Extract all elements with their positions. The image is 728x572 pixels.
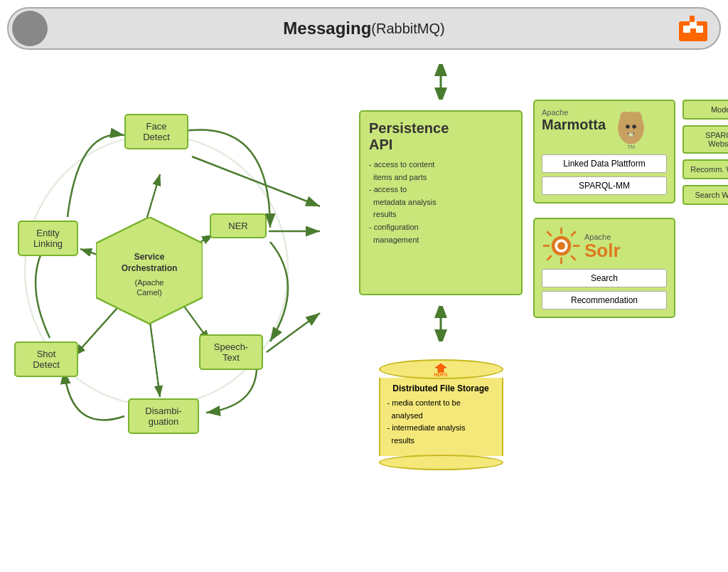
svg-text:TM: TM [627,144,635,150]
marmotta-title: Marmotta [542,117,606,132]
solr-icon [542,226,581,265]
svg-point-38 [620,112,629,125]
top-arrow-svg [430,64,451,100]
middle-section: PersistenceAPI - access to content items… [359,64,523,562]
hdfs-section: HDFS Distributed File Storage - media co… [359,359,523,470]
svg-rect-1 [683,26,690,33]
disambiguation-box: Disambi-guation [128,398,199,434]
face-detect-box: FaceDetect [124,114,188,149]
svg-line-23 [192,157,320,206]
svg-point-54 [557,242,565,250]
right-right-col: Model API SPARQL-MM Webservice Recomm. W… [682,100,728,562]
entity-linking-box: EntityLinking [18,221,78,256]
sparql-mm-webservice-box: SPARQL-MM Webservice [682,125,728,154]
solr-search-box: Search [542,269,667,287]
middle-arrow [359,306,523,341]
top-arrow [359,64,523,100]
svg-line-11 [146,174,160,222]
svg-point-41 [632,125,636,129]
cylinder-body: Distributed File Storage - media content… [379,378,503,456]
apache-marmotta-box: Apache Marmotta [533,100,675,203]
marmotta-apache-label: Apache [542,108,606,117]
persistence-title: PersistenceAPI [369,120,513,153]
ner-box: NER [210,213,267,238]
main-container: Messaging (RabbitMQ) [0,0,728,572]
messaging-bar: Messaging (RabbitMQ) [7,7,721,50]
persistence-items: - access to content items and parts - ac… [369,159,513,246]
hdfs-title: Distributed File Storage [387,383,495,393]
orchestration-area: FaceDetect EntityLinking NER ShotDetect … [7,64,348,477]
marmotta-icon: TM [611,108,651,151]
search-webservice-box: Search Webservice [682,185,728,205]
apache-solr-box: Apache Solr Search Recommendation [533,218,675,318]
hdfs-icon: HDFS [432,362,449,381]
svg-line-50 [571,255,575,260]
svg-rect-2 [696,26,703,33]
messaging-title: Messaging [283,18,371,38]
svg-text:Camel): Camel) [136,288,161,297]
right-panels: Apache Marmotta [533,64,728,562]
messaging-subtitle: (RabbitMQ) [371,21,444,37]
middle-arrow-svg [430,306,451,341]
shot-detect-box: ShotDetect [14,341,78,377]
hdfs-cylinder: HDFS Distributed File Storage - media co… [379,359,503,470]
svg-line-49 [547,231,551,235]
svg-point-39 [633,112,642,125]
svg-point-40 [626,125,630,129]
svg-rect-42 [629,133,633,137]
solr-recommendation-box: Recommendation [542,291,667,309]
svg-rect-5 [690,16,695,19]
speech-text-box: Speech-Text [199,334,263,370]
hdfs-items: - media content to be analysed - interme… [387,397,495,447]
svg-text:Orchestration: Orchestration [122,263,178,273]
left-section: FaceDetect EntityLinking NER ShotDetect … [7,64,348,562]
hexagon-svg: Service Orchestration (Apache Camel) [96,217,203,331]
marmotta-sparql-box: SPARQL-MM [542,176,667,195]
content-area: FaceDetect EntityLinking NER ShotDetect … [7,64,721,562]
recomm-webservice-box: Recomm. Webservice [682,159,728,179]
svg-line-52 [547,255,551,260]
right-section: Apache Marmotta [533,64,728,562]
svg-text:(Apache: (Apache [135,278,164,287]
persistence-api-box: PersistenceAPI - access to content items… [359,110,523,295]
cylinder-top: HDFS [379,359,503,379]
svg-rect-3 [690,21,697,28]
svg-text:HDFS: HDFS [434,372,447,377]
marmotta-platform-box: Linked Data Plattform [542,154,667,173]
model-api-box: Model API [682,100,728,120]
right-left-col: Apache Marmotta [533,100,675,562]
svg-text:Service: Service [134,252,165,262]
svg-line-51 [571,231,575,235]
solr-title: Solr [584,241,621,260]
cylinder-bottom [379,455,503,470]
rabbitmq-icon [678,14,709,43]
